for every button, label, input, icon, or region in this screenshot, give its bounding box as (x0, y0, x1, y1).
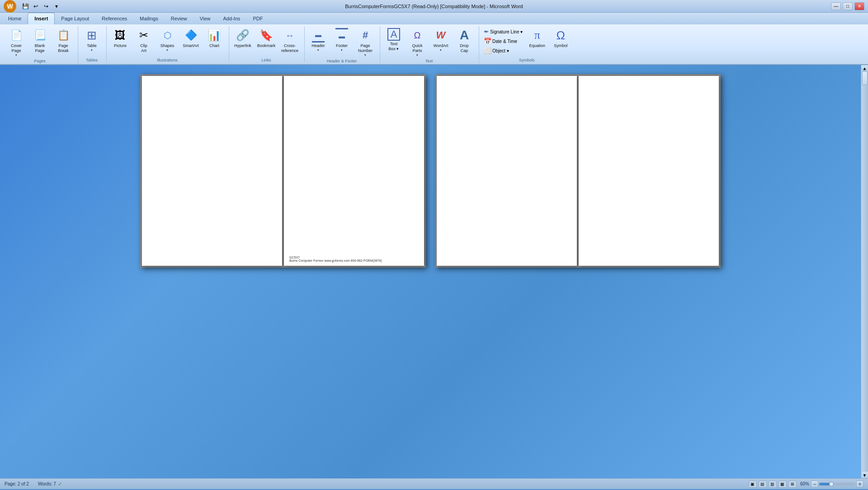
view-draft[interactable]: ⊞ (788, 481, 797, 488)
tab-insert[interactable]: Insert (28, 13, 55, 24)
word-art-dropdown-arrow: ▾ (440, 48, 442, 52)
equation-icon: π (530, 28, 544, 42)
footer-button[interactable]: ▬ Footer ▾ (331, 27, 353, 53)
drop-cap-label: DropCap (460, 43, 469, 53)
page-2: GC5X7 Burris Computer Forms• www.gcforms… (284, 76, 424, 266)
table-button[interactable]: ⊞ Table ▾ (81, 27, 103, 53)
tab-mailings[interactable]: Mailings (133, 13, 164, 24)
page-3 (437, 76, 577, 266)
object-icon: ⬜ (484, 47, 491, 54)
shapes-dropdown-arrow: ▾ (166, 48, 168, 52)
page-break-icon: 📋 (56, 28, 71, 42)
blank-page-label: BlankPage (35, 43, 45, 53)
word-art-label: WordArt (434, 43, 448, 48)
zoom-slider-area[interactable]: − + (811, 481, 863, 488)
vertical-scrollbar[interactable]: ▲ ▼ (861, 65, 868, 478)
hyperlink-button[interactable]: 🔗 Hyperlink (232, 27, 254, 49)
quick-access-dropdown[interactable]: ▾ (52, 2, 61, 11)
word-art-button[interactable]: W WordArt ▾ (430, 27, 452, 53)
scroll-down-button[interactable]: ▼ (862, 472, 868, 478)
chart-button[interactable]: 📊 Chart (203, 27, 225, 49)
smart-art-button[interactable]: 🔷 SmartArt (180, 27, 202, 49)
date-time-button[interactable]: 📅 Date & Time (482, 37, 524, 46)
chart-icon: 📊 (207, 28, 222, 42)
save-button[interactable]: 💾 (21, 2, 30, 11)
header-footer-group-label: Header & Footer (307, 58, 376, 63)
symbols-stack: ✒ Signature Line ▾ 📅 Date & Time ⬜ Objec… (482, 27, 524, 55)
quick-access-toolbar: 💾 ↩ ↪ ▾ (21, 2, 61, 11)
smart-art-icon: 🔷 (184, 28, 198, 42)
tab-pdf[interactable]: PDF (246, 13, 269, 24)
tab-view[interactable]: View (193, 13, 217, 24)
scroll-track[interactable] (862, 71, 868, 472)
table-label: Table (87, 43, 97, 48)
title-bar: W 💾 ↩ ↪ ▾ BurrisComputerFormsGC5X7 (Read… (0, 0, 868, 13)
tab-references[interactable]: References (95, 13, 133, 24)
quick-parts-button[interactable]: Ω QuickParts ▾ (406, 27, 428, 58)
words-status-label: Words: 7 (38, 481, 56, 486)
scroll-thumb[interactable] (862, 71, 868, 85)
signature-line-button[interactable]: ✒ Signature Line ▾ (482, 27, 524, 36)
page-number-button[interactable]: # PageNumber ▾ (354, 27, 376, 58)
object-button[interactable]: ⬜ Object ▾ (482, 46, 524, 55)
ribbon-group-pages: 📄 CoverPage ▾ 📃 BlankPage 📋 PageBreak Pa… (4, 26, 78, 63)
redo-button[interactable]: ↪ (42, 2, 51, 11)
undo-button[interactable]: ↩ (31, 2, 40, 11)
drop-cap-button[interactable]: A DropCap (453, 27, 475, 54)
shapes-label: Shapes (160, 43, 175, 48)
page-number-icon: # (358, 28, 373, 42)
tab-review[interactable]: Review (165, 13, 193, 24)
zoom-out-button[interactable]: − (811, 481, 818, 488)
table-icon: ⊞ (85, 28, 99, 42)
office-button[interactable]: W (4, 0, 16, 13)
header-button[interactable]: ▬ Header ▾ (307, 27, 329, 53)
date-time-label: Date & Time (492, 39, 517, 44)
tab-home[interactable]: Home (2, 13, 28, 24)
text-box-button[interactable]: A TextBox ▾ (383, 27, 405, 52)
equation-button[interactable]: π Equation (526, 27, 548, 49)
shapes-icon: ⬡ (160, 28, 175, 42)
ribbon: Home Insert Page Layout References Maili… (0, 13, 868, 65)
document-scroll-area[interactable]: GC5X7 Burris Computer Forms• www.gcforms… (0, 65, 861, 478)
tab-page-layout[interactable]: Page Layout (55, 13, 95, 24)
cover-page-label: CoverPage (11, 43, 22, 53)
cover-page-button[interactable]: 📄 CoverPage ▾ (5, 27, 27, 58)
ribbon-group-header-footer: ▬ Header ▾ ▬ Footer ▾ # PageNumber ▾ Hea… (306, 26, 380, 63)
date-time-icon: 📅 (484, 38, 491, 45)
document-area: GC5X7 Burris Computer Forms• www.gcforms… (0, 65, 861, 478)
tab-add-ins[interactable]: Add-Ins (217, 13, 246, 24)
signature-line-icon: ✒ (484, 28, 489, 35)
footer-label: Footer (336, 43, 348, 48)
page-break-button[interactable]: 📋 PageBreak (52, 27, 74, 54)
zoom-slider-thumb[interactable] (829, 482, 834, 486)
bookmark-icon: 🔖 (259, 28, 274, 42)
view-web-layout[interactable]: ▥ (769, 481, 777, 488)
picture-button[interactable]: 🖼 Picture (109, 27, 131, 49)
smart-art-label: SmartArt (183, 43, 199, 48)
cover-page-dropdown-arrow: ▾ (15, 53, 17, 57)
symbol-button[interactable]: Ω Symbol (550, 27, 571, 49)
clip-art-button[interactable]: ✂ ClipArt (133, 27, 155, 54)
footer-line-2: Burris Computer Forms• www.gcforms.com 8… (289, 259, 382, 262)
picture-label: Picture (114, 43, 127, 48)
view-print-layout[interactable]: ▣ (749, 481, 757, 488)
zoom-in-button[interactable]: + (856, 481, 863, 488)
header-label: Header (311, 43, 325, 48)
drop-cap-icon: A (457, 28, 472, 42)
zoom-slider[interactable] (819, 483, 855, 485)
shapes-button[interactable]: ⬡ Shapes ▾ (156, 27, 178, 53)
blank-page-button[interactable]: 📃 BlankPage (29, 27, 51, 54)
view-outline[interactable]: ▦ (778, 481, 787, 488)
quick-parts-dropdown-arrow: ▾ (416, 53, 418, 57)
minimize-button[interactable]: — (831, 2, 841, 10)
close-button[interactable]: ✕ (854, 2, 864, 10)
text-box-icon: A (387, 28, 400, 41)
scroll-up-button[interactable]: ▲ (862, 65, 868, 71)
maximize-button[interactable]: □ (843, 2, 853, 10)
bookmark-button[interactable]: 🔖 Bookmark (255, 27, 277, 49)
cross-reference-button[interactable]: ↔ Cross-reference (279, 27, 301, 54)
view-full-screen[interactable]: ▤ (759, 481, 767, 488)
page-status: Page: 2 of 2 (5, 481, 29, 486)
clip-art-label: ClipArt (140, 43, 147, 53)
hyperlink-label: Hyperlink (234, 43, 251, 48)
